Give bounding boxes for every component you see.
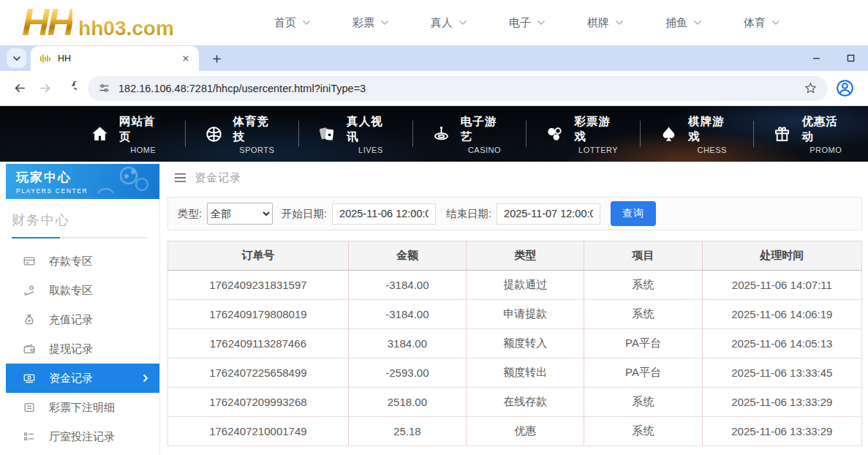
main-nav-item[interactable]: 优惠活动PROMO bbox=[754, 117, 868, 151]
minimize-icon bbox=[812, 53, 821, 63]
tab-close-icon[interactable] bbox=[180, 53, 192, 64]
table-cell: 系统 bbox=[584, 388, 702, 417]
top-nav-item[interactable]: 棋牌 bbox=[587, 16, 624, 30]
table-cell: 系统 bbox=[584, 417, 702, 446]
table-cell: PA平台 bbox=[584, 329, 702, 358]
chevron-down-icon bbox=[771, 20, 780, 26]
top-nav-item[interactable]: 捕鱼 bbox=[665, 16, 702, 30]
table-cell: 在线存款 bbox=[467, 388, 584, 417]
main-panel: 资金记录 类型: 全部 开始日期: 结束日期: 查询 订单号金额类型项目处理时间… bbox=[160, 162, 868, 455]
table-cell: 1762409113287466 bbox=[168, 329, 349, 358]
browser-tab[interactable]: HH bbox=[31, 46, 199, 71]
top-nav-label: 彩票 bbox=[352, 16, 374, 30]
main-nav-text: 彩票游戏LOTTERY bbox=[574, 114, 622, 154]
tab-search-button[interactable] bbox=[7, 48, 26, 68]
top-nav-item[interactable]: 彩票 bbox=[352, 16, 389, 30]
chevron-down-icon bbox=[380, 20, 389, 26]
top-nav-item[interactable]: 电子 bbox=[509, 16, 546, 30]
top-nav-item[interactable]: 体育 bbox=[744, 16, 780, 30]
main-nav-item[interactable]: 电子游艺CASINO bbox=[413, 117, 527, 151]
table-cell: 优惠 bbox=[467, 417, 584, 446]
table-header-cell: 项目 bbox=[584, 241, 702, 271]
table-header-cell: 金额 bbox=[348, 241, 466, 271]
table-cell: 额度转入 bbox=[467, 329, 584, 358]
main-nav-item[interactable]: 彩票游戏LOTTERY bbox=[527, 117, 641, 151]
plus-icon bbox=[212, 54, 222, 64]
top-nav-item[interactable]: 首页 bbox=[274, 16, 311, 30]
minimize-button[interactable] bbox=[799, 45, 834, 71]
sidebar-section-underline bbox=[12, 237, 148, 238]
search-button[interactable]: 查询 bbox=[611, 201, 656, 226]
hamburger-icon[interactable] bbox=[174, 173, 186, 183]
sidebar-item[interactable]: 取款专区 bbox=[6, 276, 159, 305]
chevron-down-icon bbox=[693, 20, 702, 26]
table-row: 17624072099932682518.00在线存款系统2025-11-06 … bbox=[168, 388, 862, 417]
site-logo-mark: HH bbox=[22, 4, 72, 40]
sidebar-item[interactable]: 充值记录 bbox=[6, 305, 159, 334]
profile-icon[interactable] bbox=[835, 78, 855, 98]
sidebar-item[interactable]: 彩票下注明细 bbox=[6, 393, 159, 422]
maximize-button[interactable] bbox=[834, 45, 868, 71]
forward-button[interactable] bbox=[32, 76, 57, 101]
reload-icon bbox=[63, 81, 77, 95]
site-info-icon[interactable] bbox=[98, 82, 110, 94]
sidebar-item-label: 存款专区 bbox=[49, 255, 93, 268]
sidebar-menu: 存款专区取款专区充值记录提现记录资金记录彩票下注明细厅室投注记录玩家投注报表 bbox=[6, 247, 159, 455]
site-logo-domain: hh03.com bbox=[78, 17, 174, 40]
main-nav-label-cn: 电子游艺 bbox=[461, 114, 509, 145]
sidebar-item[interactable]: 玩家投注报表 bbox=[6, 451, 159, 455]
table-cell: 25.18 bbox=[348, 417, 466, 446]
table-cell: 1762407210001749 bbox=[168, 417, 349, 446]
sidebar-item[interactable]: 厅室投注记录 bbox=[6, 422, 159, 451]
main-nav-label-en: SPORTS bbox=[239, 146, 274, 154]
table-cell: 2025-11-06 14:06:19 bbox=[702, 300, 861, 329]
sidebar-item[interactable]: 提现记录 bbox=[6, 334, 159, 364]
chevron-down-icon bbox=[302, 20, 311, 26]
end-date-input[interactable] bbox=[497, 203, 600, 225]
main-nav-label-cn: 彩票游戏 bbox=[574, 114, 622, 145]
spade-icon bbox=[659, 124, 679, 144]
sidebar-item-label: 厅室投注记录 bbox=[49, 430, 115, 444]
reload-button[interactable] bbox=[57, 76, 82, 101]
sidebar-item-label: 资金记录 bbox=[49, 372, 93, 386]
table-cell: 1762409231831597 bbox=[168, 271, 349, 300]
bookmark-star-icon[interactable] bbox=[804, 81, 818, 95]
main-nav-text: 网站首页HOME bbox=[119, 114, 167, 154]
sidebar-item-label: 充值记录 bbox=[49, 313, 93, 327]
back-arrow-icon bbox=[13, 81, 27, 95]
breadcrumb: 资金记录 bbox=[167, 162, 862, 194]
sidebar-item[interactable]: 资金记录 bbox=[6, 364, 159, 393]
main-nav-item[interactable]: 网站首页HOME bbox=[72, 117, 186, 151]
table-cell: 系统 bbox=[584, 300, 702, 329]
table-row: 1762407225658499-2593.00额度转出PA平台2025-11-… bbox=[168, 358, 862, 388]
forward-arrow-icon bbox=[38, 81, 52, 95]
browser-window: HH 182. bbox=[0, 45, 868, 455]
type-select[interactable]: 全部 bbox=[207, 203, 273, 225]
top-nav-item[interactable]: 真人 bbox=[431, 16, 467, 30]
main-nav-label-cn: 体育竞技 bbox=[233, 114, 282, 145]
top-nav-label: 首页 bbox=[274, 16, 296, 30]
type-label: 类型: bbox=[178, 207, 202, 221]
table-cell: 1762407209993268 bbox=[168, 388, 349, 417]
start-date-input[interactable] bbox=[332, 203, 436, 225]
url-bar[interactable]: 182.16.106.48:7281/hhcp/usercenter.html?… bbox=[88, 76, 828, 101]
main-nav-item[interactable]: 棋牌游戏CHESS bbox=[641, 117, 755, 151]
chevron-down-icon bbox=[12, 56, 21, 61]
site-logo[interactable]: HH hh03.com bbox=[22, 4, 174, 40]
main-nav-label-en: CHESS bbox=[697, 146, 726, 154]
sidebar-item-label: 彩票下注明细 bbox=[49, 401, 115, 415]
main-nav-item[interactable]: 体育竞技SPORTS bbox=[186, 117, 300, 151]
sidebar-item[interactable]: 存款专区 bbox=[6, 247, 159, 276]
main-nav-label-en: PROMO bbox=[809, 146, 842, 154]
table-cell: 2025-11-06 14:05:13 bbox=[702, 329, 861, 358]
top-nav-label: 体育 bbox=[744, 16, 766, 30]
new-tab-button[interactable] bbox=[206, 48, 227, 69]
main-nav-item[interactable]: 真人视讯LIVES bbox=[299, 117, 413, 151]
main-nav-text: 电子游艺CASINO bbox=[461, 114, 509, 154]
end-date-label: 结束日期: bbox=[446, 207, 491, 221]
url-text: 182.16.106.48:7281/hhcp/usercenter.html?… bbox=[118, 83, 796, 94]
top-nav-label: 电子 bbox=[509, 16, 531, 30]
table-header-cell: 类型 bbox=[467, 241, 584, 271]
doc-list-icon bbox=[23, 401, 36, 414]
back-button[interactable] bbox=[7, 76, 32, 101]
